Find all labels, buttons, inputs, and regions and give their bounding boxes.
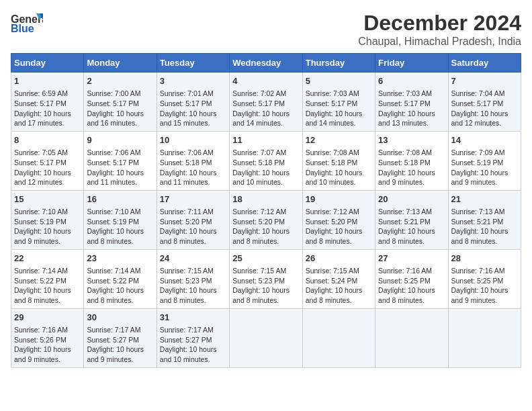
day-cell: 20Sunrise: 7:13 AMSunset: 5:21 PMDayligh… (375, 190, 448, 249)
day-cell: 30Sunrise: 7:17 AMSunset: 5:27 PMDayligh… (84, 308, 157, 367)
day-cell: 15Sunrise: 7:10 AMSunset: 5:19 PMDayligh… (11, 190, 84, 249)
sunrise-text: Sunrise: 7:12 AM (306, 208, 359, 216)
day-cell: 5Sunrise: 7:03 AMSunset: 5:17 PMDaylight… (302, 73, 375, 132)
sunrise-text: Sunrise: 7:15 AM (160, 267, 214, 275)
sunrise-text: Sunrise: 7:10 AM (87, 208, 140, 216)
sunrise-text: Sunrise: 7:10 AM (14, 208, 68, 216)
sunset-text: Sunset: 5:20 PM (306, 218, 358, 226)
sunset-text: Sunset: 5:22 PM (14, 277, 66, 285)
day-number: 23 (87, 253, 153, 265)
sunset-text: Sunset: 5:17 PM (160, 99, 212, 107)
sunset-text: Sunset: 5:22 PM (87, 277, 139, 285)
day-cell: 7Sunrise: 7:04 AMSunset: 5:17 PMDaylight… (448, 73, 521, 132)
daylight-text: Daylight: 10 hours and 13 minutes. (378, 109, 435, 128)
day-number: 20 (378, 193, 445, 205)
daylight-text: Daylight: 10 hours and 9 minutes. (14, 227, 71, 245)
day-number: 6 (378, 75, 445, 87)
sunrise-text: Sunrise: 7:13 AM (451, 208, 505, 216)
daylight-text: Daylight: 10 hours and 15 minutes. (160, 109, 217, 128)
daylight-text: Daylight: 10 hours and 14 minutes. (306, 109, 363, 128)
day-number: 28 (451, 253, 518, 265)
sunset-text: Sunset: 5:20 PM (232, 218, 285, 226)
sunrise-text: Sunrise: 7:08 AM (306, 148, 359, 156)
day-number: 14 (451, 134, 518, 146)
day-cell: 12Sunrise: 7:08 AMSunset: 5:18 PMDayligh… (302, 131, 375, 190)
sunset-text: Sunset: 5:17 PM (306, 99, 358, 107)
daylight-text: Daylight: 10 hours and 10 minutes. (160, 345, 217, 363)
day-cell: 18Sunrise: 7:12 AMSunset: 5:20 PMDayligh… (230, 190, 302, 249)
day-number: 10 (160, 134, 226, 146)
sunset-text: Sunset: 5:18 PM (160, 158, 212, 167)
sunrise-text: Sunrise: 7:08 AM (378, 148, 432, 156)
day-number: 3 (160, 75, 226, 87)
sunrise-text: Sunrise: 7:16 AM (378, 267, 432, 275)
sunset-text: Sunset: 5:27 PM (87, 336, 139, 344)
sunrise-text: Sunrise: 7:12 AM (232, 208, 286, 216)
sunrise-text: Sunrise: 7:03 AM (378, 89, 432, 97)
day-cell: 29Sunrise: 7:16 AMSunset: 5:26 PMDayligh… (11, 308, 84, 367)
daylight-text: Daylight: 10 hours and 12 minutes. (451, 109, 508, 128)
day-number: 29 (14, 312, 81, 324)
day-number: 25 (232, 253, 299, 265)
sunset-text: Sunset: 5:23 PM (160, 277, 212, 285)
sunset-text: Sunset: 5:17 PM (451, 99, 504, 107)
day-number: 8 (14, 134, 81, 146)
day-cell: 6Sunrise: 7:03 AMSunset: 5:17 PMDaylight… (375, 73, 448, 132)
day-number: 17 (160, 193, 226, 205)
day-cell: 8Sunrise: 7:05 AMSunset: 5:17 PMDaylight… (11, 131, 84, 190)
daylight-text: Daylight: 10 hours and 8 minutes. (451, 227, 508, 245)
sunset-text: Sunset: 5:18 PM (378, 158, 431, 167)
day-cell: 27Sunrise: 7:16 AMSunset: 5:25 PMDayligh… (375, 249, 448, 308)
sunrise-text: Sunrise: 7:16 AM (451, 267, 505, 275)
sunrise-text: Sunrise: 7:09 AM (451, 148, 505, 156)
sunrise-text: Sunrise: 7:02 AM (232, 89, 286, 97)
week-row-4: 22Sunrise: 7:14 AMSunset: 5:22 PMDayligh… (11, 249, 521, 308)
daylight-text: Daylight: 10 hours and 14 minutes. (232, 109, 290, 128)
day-cell: 2Sunrise: 7:00 AMSunset: 5:17 PMDaylight… (84, 73, 157, 132)
day-cell: 28Sunrise: 7:16 AMSunset: 5:25 PMDayligh… (448, 249, 521, 308)
day-number: 24 (160, 253, 226, 265)
daylight-text: Daylight: 10 hours and 8 minutes. (87, 227, 144, 245)
daylight-text: Daylight: 10 hours and 10 minutes. (232, 169, 290, 187)
day-cell (375, 308, 448, 367)
day-number: 19 (306, 193, 372, 205)
col-header-monday: Monday (84, 54, 157, 73)
day-number: 22 (14, 253, 81, 265)
daylight-text: Daylight: 10 hours and 9 minutes. (451, 169, 508, 187)
day-number: 13 (378, 134, 445, 146)
daylight-text: Daylight: 10 hours and 11 minutes. (87, 169, 144, 187)
daylight-text: Daylight: 10 hours and 8 minutes. (160, 227, 217, 245)
sunrise-text: Sunrise: 7:14 AM (87, 267, 140, 275)
sunset-text: Sunset: 5:18 PM (232, 158, 285, 167)
sunset-text: Sunset: 5:17 PM (14, 99, 66, 107)
day-cell: 13Sunrise: 7:08 AMSunset: 5:18 PMDayligh… (375, 131, 448, 190)
day-cell: 25Sunrise: 7:15 AMSunset: 5:23 PMDayligh… (230, 249, 302, 308)
sunrise-text: Sunrise: 7:14 AM (14, 267, 68, 275)
sunset-text: Sunset: 5:17 PM (378, 99, 431, 107)
day-number: 26 (306, 253, 372, 265)
day-number: 16 (87, 193, 153, 205)
day-number: 12 (306, 134, 372, 146)
sunrise-text: Sunrise: 7:07 AM (232, 148, 286, 156)
daylight-text: Daylight: 10 hours and 8 minutes. (87, 286, 144, 304)
sunrise-text: Sunrise: 7:03 AM (306, 89, 359, 97)
day-number: 18 (232, 193, 299, 205)
day-cell: 31Sunrise: 7:17 AMSunset: 5:27 PMDayligh… (157, 308, 229, 367)
day-number: 9 (87, 134, 153, 146)
logo-icon: General Blue (11, 11, 43, 35)
sunset-text: Sunset: 5:24 PM (306, 277, 358, 285)
day-number: 7 (451, 75, 518, 87)
sunset-text: Sunset: 5:26 PM (14, 336, 66, 344)
daylight-text: Daylight: 10 hours and 9 minutes. (378, 169, 435, 187)
day-cell: 1Sunrise: 6:59 AMSunset: 5:17 PMDaylight… (11, 73, 84, 132)
col-header-sunday: Sunday (11, 54, 84, 73)
sunset-text: Sunset: 5:21 PM (451, 218, 504, 226)
week-row-1: 1Sunrise: 6:59 AMSunset: 5:17 PMDaylight… (11, 73, 521, 132)
sunrise-text: Sunrise: 7:05 AM (14, 148, 68, 156)
sunrise-text: Sunrise: 7:17 AM (87, 326, 140, 334)
day-number: 1 (14, 75, 81, 87)
day-number: 31 (160, 312, 226, 324)
daylight-text: Daylight: 10 hours and 11 minutes. (160, 169, 217, 187)
day-cell: 14Sunrise: 7:09 AMSunset: 5:19 PMDayligh… (448, 131, 521, 190)
sunset-text: Sunset: 5:17 PM (14, 158, 66, 167)
